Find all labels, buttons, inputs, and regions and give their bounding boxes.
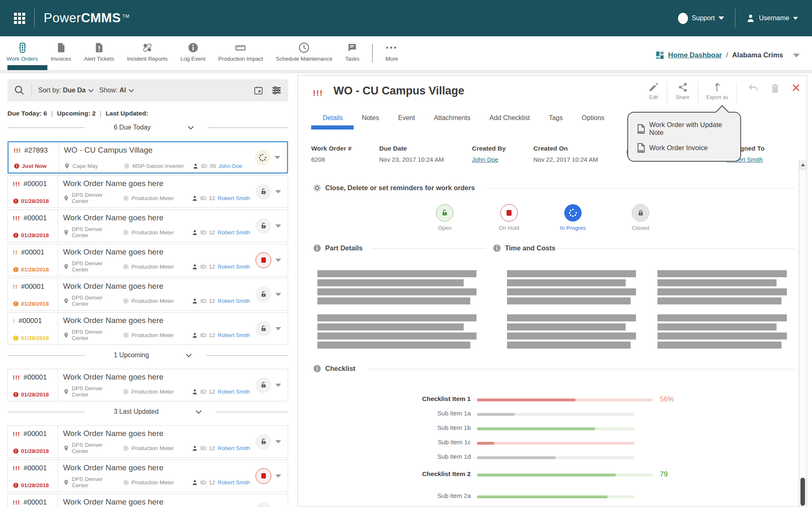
chevron-down-icon[interactable] bbox=[195, 408, 201, 413]
scroll-up-button[interactable] bbox=[799, 160, 807, 170]
breadcrumb-home-link[interactable]: Home Dashboar bbox=[668, 51, 722, 59]
username-menu[interactable]: Username bbox=[746, 14, 798, 23]
chevron-down-icon[interactable] bbox=[275, 156, 280, 159]
work-order-card[interactable]: !!! #00001 01/28/2018 Work Order Name go… bbox=[7, 175, 288, 208]
export-update-note-item[interactable]: PDF Work Order with Update Note bbox=[637, 121, 731, 137]
chevron-down-icon[interactable] bbox=[275, 440, 281, 443]
export-as-button[interactable]: Export as bbox=[698, 82, 737, 100]
lock-open-icon[interactable] bbox=[256, 184, 271, 200]
chevron-down-icon[interactable] bbox=[275, 190, 281, 193]
delete-button[interactable] bbox=[770, 83, 781, 96]
chevron-down-icon[interactable] bbox=[186, 351, 192, 357]
chevron-down-icon[interactable] bbox=[188, 123, 193, 129]
progress-fill bbox=[477, 413, 515, 416]
work-order-card[interactable]: !!! #00001 01/28/2018 Work Order Name go… bbox=[7, 210, 288, 242]
lock-open-icon[interactable] bbox=[256, 377, 271, 393]
chevron-down-icon[interactable] bbox=[275, 224, 281, 228]
chevron-down-icon[interactable] bbox=[275, 259, 281, 262]
nav-item-incident-reports[interactable]: Incident Reports bbox=[127, 42, 167, 62]
filter-sliders-icon[interactable] bbox=[272, 85, 282, 95]
status-open[interactable]: Open bbox=[424, 204, 465, 231]
status-in-progress[interactable]: In Progres bbox=[552, 204, 594, 231]
stop-icon[interactable] bbox=[256, 468, 271, 484]
group-separator[interactable]: 3 Last Updated bbox=[7, 406, 288, 417]
app-grid-icon[interactable] bbox=[14, 13, 25, 24]
nav-item-production-impact[interactable]: Production Impact bbox=[218, 42, 263, 62]
svg-text:PDF: PDF bbox=[638, 130, 644, 133]
edit-button[interactable]: Edit bbox=[640, 82, 667, 100]
chevron-down-icon[interactable] bbox=[275, 474, 281, 478]
tab-notes[interactable]: Notes bbox=[362, 114, 379, 122]
nav-item-invoices[interactable]: Invoices bbox=[51, 42, 71, 62]
assignee-link[interactable]: Robert Smith bbox=[218, 479, 250, 486]
toolbar-divider bbox=[31, 84, 32, 97]
undo-button[interactable] bbox=[748, 83, 759, 96]
search-icon[interactable] bbox=[14, 85, 25, 96]
tab-event[interactable]: Event bbox=[398, 114, 415, 122]
assignee-link[interactable]: Robert Smith bbox=[218, 389, 250, 395]
scrollbar-thumb[interactable] bbox=[800, 478, 805, 506]
assignee-link[interactable]: Robert Smith bbox=[218, 229, 250, 236]
share-button[interactable]: Share bbox=[667, 82, 697, 100]
tab-add-checklist[interactable]: Add Checklist bbox=[490, 114, 530, 122]
work-order-card[interactable]: !!! #00001 01/28/2018 Work Order Name go… bbox=[7, 494, 288, 507]
placeholder-bar bbox=[657, 332, 787, 340]
tab-options[interactable]: Options bbox=[582, 114, 604, 122]
lock-open-icon[interactable] bbox=[256, 218, 271, 234]
export-invoice-item[interactable]: PDF Work Order Invoice bbox=[637, 143, 731, 153]
work-order-number: #00001 bbox=[21, 283, 45, 291]
work-order-card[interactable]: !! #00001 01/28/2018 Work Order Name goe… bbox=[7, 244, 288, 276]
chevron-down-icon[interactable] bbox=[275, 327, 281, 330]
work-order-title: Work Order Name goes here bbox=[63, 282, 256, 291]
work-order-card[interactable]: !! #00001 01/28/2018 Work Order Name goe… bbox=[7, 278, 288, 311]
nav-item-schedule-maintenance[interactable]: Schedule Maintenance bbox=[276, 42, 332, 62]
chevron-down-icon[interactable] bbox=[793, 54, 800, 57]
work-order-card[interactable]: ! #00001 01/28/2018 Work Order Name goes… bbox=[7, 312, 288, 345]
chevron-down-icon[interactable] bbox=[275, 384, 281, 387]
group-separator[interactable]: 6 Due Today bbox=[7, 122, 288, 133]
detail-title: WO - CU Campus Village bbox=[333, 85, 465, 97]
assignee-link[interactable]: Robert Smith bbox=[218, 195, 250, 201]
location-pin-icon bbox=[64, 163, 70, 169]
work-order-card[interactable]: !!! #00001 01/28/2018 Work Order Name go… bbox=[7, 425, 288, 458]
support-menu[interactable]: Support bbox=[678, 13, 724, 24]
tab-attachments[interactable]: Attachments bbox=[434, 114, 471, 122]
assignee-link[interactable]: Robert Smith bbox=[218, 445, 250, 451]
tab-tags[interactable]: Tags bbox=[549, 114, 563, 122]
lock-open-icon[interactable] bbox=[256, 434, 271, 450]
work-order-card[interactable]: !!! #27893 Just Now WO - CU Campus Villa… bbox=[7, 141, 288, 174]
assignee-link[interactable]: Robert Smith bbox=[218, 264, 250, 270]
work-order-card[interactable]: !!! #00001 01/28/2018 Work Order Name go… bbox=[7, 369, 288, 401]
chevron-down-icon[interactable] bbox=[275, 293, 281, 296]
placeholder-bar bbox=[317, 270, 476, 277]
lock-open-icon[interactable] bbox=[256, 502, 271, 507]
lock-open-icon[interactable] bbox=[256, 321, 271, 337]
calendar-icon[interactable] bbox=[253, 85, 263, 95]
detail-scrollbar[interactable] bbox=[799, 160, 807, 507]
person-icon bbox=[192, 332, 198, 338]
lock-open-icon[interactable] bbox=[256, 287, 271, 302]
status-closed[interactable]: Closed bbox=[620, 204, 661, 231]
nav-item-work-orders[interactable]: Work Orders bbox=[7, 42, 38, 62]
tab-details[interactable]: Details bbox=[323, 114, 343, 122]
edit-label: Edit bbox=[649, 94, 658, 100]
sort-by-dropdown[interactable]: Sort by: Due Da bbox=[38, 87, 93, 94]
assignee-link[interactable]: Robert Smith bbox=[218, 298, 250, 304]
nav-item-alert-tickets[interactable]: Alert Tickets bbox=[84, 42, 115, 62]
location-pin-icon bbox=[63, 389, 69, 395]
nav-item-more[interactable]: ••• More bbox=[385, 42, 398, 62]
show-dropdown[interactable]: Show: Al bbox=[99, 87, 133, 94]
nav-item-log-event[interactable]: Log Event bbox=[181, 42, 206, 62]
due-date: 01/28/2018 bbox=[21, 232, 49, 238]
group-separator[interactable]: 1 Upcoming bbox=[7, 350, 288, 361]
close-icon[interactable]: ✕ bbox=[791, 83, 801, 93]
assignee-link[interactable]: Robert Smith bbox=[218, 332, 250, 338]
created-by-link[interactable]: John Doe bbox=[472, 156, 498, 163]
status-on-hold[interactable]: On Hold bbox=[488, 204, 530, 231]
spinner-icon[interactable] bbox=[255, 150, 270, 165]
work-order-card[interactable]: !!! #00001 01/28/2018 Work Order Name go… bbox=[7, 460, 288, 492]
assignee-link[interactable]: John Doe bbox=[218, 163, 242, 169]
due-date: 01/28/2018 bbox=[21, 266, 49, 273]
stop-icon[interactable] bbox=[256, 252, 271, 268]
nav-item-tasks[interactable]: Tasks bbox=[345, 42, 360, 62]
